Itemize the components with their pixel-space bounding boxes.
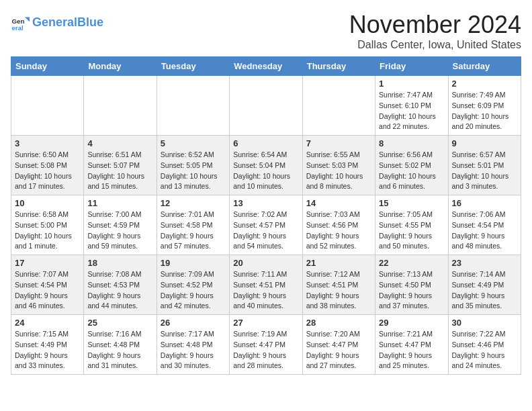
cell-info: Sunrise: 7:00 AM Sunset: 4:59 PM Dayligh…	[87, 210, 152, 252]
day-number: 27	[233, 318, 298, 328]
day-number: 1	[379, 79, 444, 89]
day-number: 10	[15, 198, 80, 208]
calendar-cell: 19Sunrise: 7:09 AM Sunset: 4:52 PM Dayli…	[157, 255, 229, 315]
cell-info: Sunrise: 6:58 AM Sunset: 5:00 PM Dayligh…	[15, 210, 80, 252]
day-number: 22	[379, 258, 444, 268]
calendar-cell: 22Sunrise: 7:13 AM Sunset: 4:50 PM Dayli…	[375, 255, 448, 315]
calendar-cell	[157, 76, 229, 136]
calendar-cell: 7Sunrise: 6:55 AM Sunset: 5:03 PM Daylig…	[302, 136, 375, 195]
calendar-cell: 30Sunrise: 7:22 AM Sunset: 4:46 PM Dayli…	[448, 315, 521, 375]
title-section: November 2024 Dallas Center, Iowa, Unite…	[349, 11, 521, 51]
calendar-cell: 12Sunrise: 7:01 AM Sunset: 4:58 PM Dayli…	[157, 195, 229, 255]
week-row-3: 10Sunrise: 6:58 AM Sunset: 5:00 PM Dayli…	[11, 195, 521, 255]
day-header-saturday: Saturday	[448, 57, 521, 76]
calendar-cell: 6Sunrise: 6:54 AM Sunset: 5:04 PM Daylig…	[230, 136, 302, 195]
day-number: 28	[306, 318, 371, 328]
month-title: November 2024	[349, 11, 521, 39]
logo-icon: Gen eral	[11, 13, 30, 32]
calendar-cell: 13Sunrise: 7:02 AM Sunset: 4:57 PM Dayli…	[230, 195, 302, 255]
calendar-table: SundayMondayTuesdayWednesdayThursdayFrid…	[11, 56, 521, 375]
cell-info: Sunrise: 7:02 AM Sunset: 4:57 PM Dayligh…	[233, 210, 298, 252]
day-number: 14	[306, 198, 371, 208]
day-number: 5	[161, 138, 226, 148]
cell-info: Sunrise: 7:22 AM Sunset: 4:46 PM Dayligh…	[452, 329, 517, 371]
calendar-cell: 23Sunrise: 7:14 AM Sunset: 4:49 PM Dayli…	[448, 255, 521, 315]
day-header-friday: Friday	[375, 57, 448, 76]
cell-info: Sunrise: 7:16 AM Sunset: 4:48 PM Dayligh…	[87, 329, 152, 371]
calendar-cell: 2Sunrise: 7:49 AM Sunset: 6:09 PM Daylig…	[448, 76, 521, 136]
day-number: 15	[379, 198, 444, 208]
cell-info: Sunrise: 7:47 AM Sunset: 6:10 PM Dayligh…	[379, 90, 444, 132]
day-number: 2	[452, 79, 517, 89]
calendar-cell: 20Sunrise: 7:11 AM Sunset: 4:51 PM Dayli…	[230, 255, 302, 315]
cell-info: Sunrise: 7:09 AM Sunset: 4:52 PM Dayligh…	[161, 269, 226, 312]
cell-info: Sunrise: 6:51 AM Sunset: 5:07 PM Dayligh…	[87, 150, 152, 192]
cell-info: Sunrise: 7:03 AM Sunset: 4:56 PM Dayligh…	[306, 210, 371, 252]
location: Dallas Center, Iowa, United States	[349, 39, 521, 51]
cell-info: Sunrise: 7:11 AM Sunset: 4:51 PM Dayligh…	[233, 269, 298, 312]
cell-info: Sunrise: 6:50 AM Sunset: 5:08 PM Dayligh…	[15, 150, 80, 192]
day-number: 19	[161, 258, 226, 268]
day-number: 30	[452, 318, 517, 328]
svg-marker-2	[25, 17, 30, 22]
calendar-header: SundayMondayTuesdayWednesdayThursdayFrid…	[11, 57, 521, 76]
calendar-body: 1Sunrise: 7:47 AM Sunset: 6:10 PM Daylig…	[11, 76, 521, 375]
calendar-cell: 28Sunrise: 7:20 AM Sunset: 4:47 PM Dayli…	[302, 315, 375, 375]
calendar-cell: 4Sunrise: 6:51 AM Sunset: 5:07 PM Daylig…	[84, 136, 157, 195]
calendar-cell: 21Sunrise: 7:12 AM Sunset: 4:51 PM Dayli…	[302, 255, 375, 315]
cell-info: Sunrise: 7:17 AM Sunset: 4:48 PM Dayligh…	[161, 329, 226, 371]
cell-info: Sunrise: 7:15 AM Sunset: 4:49 PM Dayligh…	[15, 329, 80, 371]
calendar-cell	[84, 76, 157, 136]
cell-info: Sunrise: 7:08 AM Sunset: 4:53 PM Dayligh…	[87, 269, 152, 312]
day-number: 17	[15, 258, 80, 268]
day-number: 6	[233, 138, 298, 148]
day-number: 20	[233, 258, 298, 268]
calendar-cell: 11Sunrise: 7:00 AM Sunset: 4:59 PM Dayli…	[84, 195, 157, 255]
header-row: SundayMondayTuesdayWednesdayThursdayFrid…	[11, 57, 521, 76]
calendar-cell: 15Sunrise: 7:05 AM Sunset: 4:55 PM Dayli…	[375, 195, 448, 255]
calendar-cell: 16Sunrise: 7:06 AM Sunset: 4:54 PM Dayli…	[448, 195, 521, 255]
cell-info: Sunrise: 6:55 AM Sunset: 5:03 PM Dayligh…	[306, 150, 371, 192]
day-number: 3	[15, 138, 80, 148]
day-header-monday: Monday	[84, 57, 157, 76]
cell-info: Sunrise: 7:12 AM Sunset: 4:51 PM Dayligh…	[306, 269, 371, 312]
calendar-cell: 24Sunrise: 7:15 AM Sunset: 4:49 PM Dayli…	[11, 315, 84, 375]
calendar-cell: 9Sunrise: 6:57 AM Sunset: 5:01 PM Daylig…	[448, 136, 521, 195]
cell-info: Sunrise: 6:52 AM Sunset: 5:05 PM Dayligh…	[161, 150, 226, 192]
calendar-cell: 8Sunrise: 6:56 AM Sunset: 5:02 PM Daylig…	[375, 136, 448, 195]
header: Gen eral GeneralBlue November 2024 Dalla…	[11, 11, 521, 51]
day-number: 7	[306, 138, 371, 148]
calendar-cell: 17Sunrise: 7:07 AM Sunset: 4:54 PM Dayli…	[11, 255, 84, 315]
week-row-4: 17Sunrise: 7:07 AM Sunset: 4:54 PM Dayli…	[11, 255, 521, 315]
week-row-5: 24Sunrise: 7:15 AM Sunset: 4:49 PM Dayli…	[11, 315, 521, 375]
day-header-sunday: Sunday	[11, 57, 84, 76]
day-number: 11	[87, 198, 152, 208]
day-number: 18	[87, 258, 152, 268]
calendar-cell: 14Sunrise: 7:03 AM Sunset: 4:56 PM Dayli…	[302, 195, 375, 255]
week-row-2: 3Sunrise: 6:50 AM Sunset: 5:08 PM Daylig…	[11, 136, 521, 195]
day-header-thursday: Thursday	[302, 57, 375, 76]
svg-text:eral: eral	[11, 24, 24, 32]
cell-info: Sunrise: 7:21 AM Sunset: 4:47 PM Dayligh…	[379, 329, 444, 371]
day-header-tuesday: Tuesday	[157, 57, 229, 76]
calendar-cell: 5Sunrise: 6:52 AM Sunset: 5:05 PM Daylig…	[157, 136, 229, 195]
cell-info: Sunrise: 7:01 AM Sunset: 4:58 PM Dayligh…	[161, 210, 226, 252]
day-number: 23	[452, 258, 517, 268]
cell-info: Sunrise: 7:06 AM Sunset: 4:54 PM Dayligh…	[452, 210, 517, 252]
day-number: 16	[452, 198, 517, 208]
cell-info: Sunrise: 6:54 AM Sunset: 5:04 PM Dayligh…	[233, 150, 298, 192]
calendar-cell: 18Sunrise: 7:08 AM Sunset: 4:53 PM Dayli…	[84, 255, 157, 315]
week-row-1: 1Sunrise: 7:47 AM Sunset: 6:10 PM Daylig…	[11, 76, 521, 136]
logo-text: GeneralBlue	[32, 16, 103, 30]
day-number: 21	[306, 258, 371, 268]
cell-info: Sunrise: 6:56 AM Sunset: 5:02 PM Dayligh…	[379, 150, 444, 192]
cell-info: Sunrise: 7:07 AM Sunset: 4:54 PM Dayligh…	[15, 269, 80, 312]
day-number: 13	[233, 198, 298, 208]
day-number: 4	[87, 138, 152, 148]
cell-info: Sunrise: 7:13 AM Sunset: 4:50 PM Dayligh…	[379, 269, 444, 312]
calendar-cell: 27Sunrise: 7:19 AM Sunset: 4:47 PM Dayli…	[230, 315, 302, 375]
calendar-cell: 25Sunrise: 7:16 AM Sunset: 4:48 PM Dayli…	[84, 315, 157, 375]
cell-info: Sunrise: 7:20 AM Sunset: 4:47 PM Dayligh…	[306, 329, 371, 371]
day-number: 9	[452, 138, 517, 148]
day-number: 8	[379, 138, 444, 148]
